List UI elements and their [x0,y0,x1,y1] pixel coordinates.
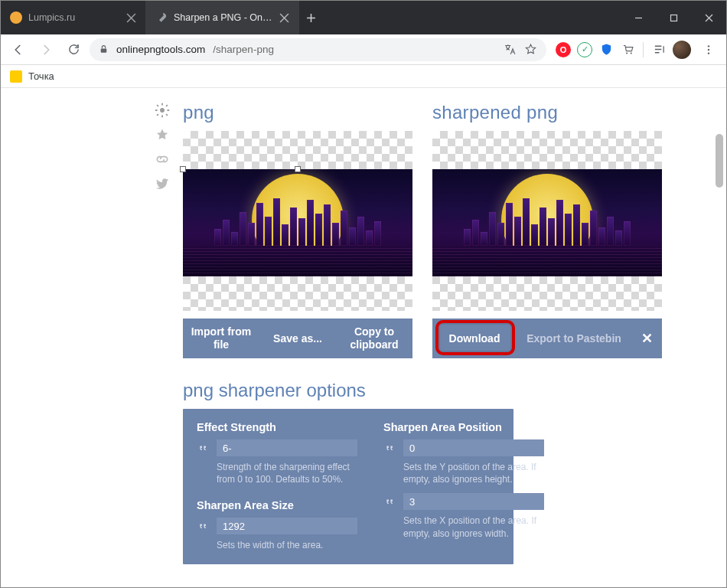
star-icon[interactable] [524,43,537,56]
extension-opera-icon[interactable]: O [556,42,571,57]
source-panel: png [183,102,412,358]
titlebar: Lumpics.ru Sharpen a PNG - Online PNG To… [1,1,726,34]
scrollbar-thumb[interactable] [716,134,723,188]
svg-rect-0 [670,15,676,21]
svg-point-6 [708,52,709,54]
maximize-button[interactable] [656,1,691,34]
width-input[interactable] [217,518,357,534]
strength-input[interactable] [217,439,357,456]
result-canvas[interactable] [432,131,662,311]
extension-check-icon[interactable]: ✓ [577,42,592,57]
result-image [432,169,662,276]
tab-title: Lumpics.ru [28,12,120,23]
options-section: png sharpener options Effect Strength St… [1,380,513,564]
link-icon[interactable] [154,151,171,168]
window-controls [621,1,726,34]
extension-shield-icon[interactable] [598,42,614,57]
url-path: //sharpen-pngsharpen-png [213,44,274,55]
result-panel: sharpened png [432,102,662,358]
url-domain: onlinepngtools.com [116,44,205,55]
gear-icon[interactable] [154,102,171,119]
close-icon[interactable] [279,13,289,23]
quote-icon [197,521,210,532]
quote-icon [383,443,397,454]
options-panel: Effect Strength Strength of the sharpeni… [183,409,513,564]
selection-handle[interactable] [295,166,301,172]
svg-point-3 [630,52,631,54]
source-title: png [183,102,412,123]
reading-list-icon[interactable] [651,42,667,57]
area-position-label: Sharpen Area Position [383,421,544,433]
copy-clipboard-button[interactable]: Copy to clipboard [336,318,412,358]
svg-point-2 [626,52,628,54]
effect-strength-label: Effect Strength [197,421,357,433]
lock-icon [99,44,109,54]
bookmark-item[interactable]: Точка [28,70,54,82]
x-position-input[interactable] [403,493,544,510]
y-position-desc: Sets the Y position of the area. If empt… [403,461,544,485]
menu-icon[interactable] [697,38,720,61]
result-buttons: Download Export to Pastebin ✕ [432,318,662,358]
area-size-label: Sharpen Area Size [197,499,357,511]
svg-rect-1 [101,48,107,52]
width-desc: Sets the width of the area. [217,539,357,551]
svg-point-5 [708,48,709,50]
svg-point-4 [708,45,709,47]
separator [643,42,644,57]
address-bar[interactable]: onlinepngtools.com//sharpen-pngsharpen-p… [90,38,546,61]
tab-sharpen-png[interactable]: Sharpen a PNG - Online PNG Too [146,1,299,34]
scrollbar[interactable] [712,88,725,587]
x-position-desc: Sets the X position of the area. If empt… [403,514,544,539]
new-tab-button[interactable] [299,1,322,34]
close-icon[interactable]: ✕ [631,318,662,358]
close-window-button[interactable] [691,1,726,34]
selection-handle[interactable] [180,166,186,172]
profile-avatar[interactable] [673,41,691,59]
y-position-input[interactable] [403,439,544,456]
side-tools [154,102,171,192]
download-button[interactable]: Download [432,318,517,358]
favicon-lumpics [10,11,22,24]
back-button[interactable] [7,38,30,61]
import-button[interactable]: Import from file [183,318,259,358]
source-image [183,169,412,276]
star-icon[interactable] [154,126,171,143]
tab-title: Sharpen a PNG - Online PNG Too [174,12,273,23]
save-as-button[interactable]: Save as... [259,318,336,358]
result-title: sharpened png [432,102,662,123]
minimize-button[interactable] [621,1,656,34]
page-content: png [1,88,726,587]
favicon-wrench-icon [155,11,168,24]
bookmarks-bar: Точка [1,65,726,88]
forward-button[interactable] [34,38,57,61]
twitter-icon[interactable] [154,175,171,192]
toolbar-extensions: O ✓ [551,38,720,61]
translate-icon[interactable] [504,43,517,56]
export-pastebin-button[interactable]: Export to Pastebin [517,318,631,358]
source-buttons: Import from file Save as... Copy to clip… [183,318,412,358]
strength-desc: Strength of the sharpening effect from 0… [217,461,357,485]
quote-icon [197,443,210,454]
quote-icon [383,496,397,508]
reload-button[interactable] [62,38,85,61]
close-icon[interactable] [126,13,136,23]
svg-point-7 [160,108,165,113]
extension-cart-icon[interactable] [620,42,635,57]
bookmark-favicon [10,70,22,83]
options-title: png sharpener options [183,380,513,401]
tab-lumpics[interactable]: Lumpics.ru [1,1,146,34]
source-canvas[interactable] [183,131,412,311]
browser-window: Lumpics.ru Sharpen a PNG - Online PNG To… [0,0,727,588]
toolbar: onlinepngtools.com//sharpen-pngsharpen-p… [1,34,726,65]
